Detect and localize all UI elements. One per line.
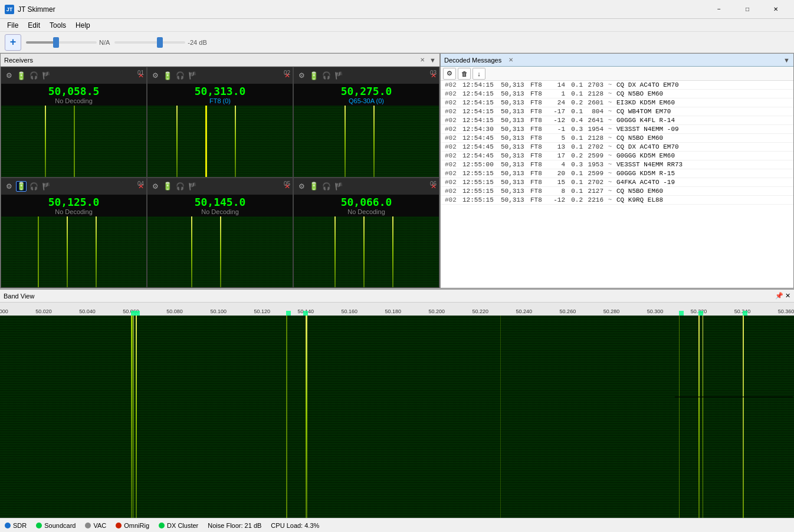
- band-marker: [286, 311, 291, 316]
- decoded-row[interactable]: #02 12:54:15 50,313 FT8 -17 0.1 804 ~ CQ…: [441, 107, 793, 116]
- rx-num-05: 05: [284, 180, 290, 187]
- receiver-cell-04: ⚙ 🔋 🎧 🏴 ✕ 04 50,125.0 No Decoding: [1, 178, 147, 288]
- decoded-clear-button[interactable]: 🗑: [458, 68, 471, 80]
- gear-icon-06[interactable]: ⚙: [296, 181, 307, 192]
- col-df: 2601: [585, 99, 605, 106]
- gear-icon-04[interactable]: ⚙: [4, 181, 14, 192]
- decoded-tab-label: Decoded Messages: [444, 57, 501, 64]
- receivers-tab-close[interactable]: ✕: [420, 57, 425, 63]
- decoded-row[interactable]: #02 12:55:15 50,313 FT8 -12 0.2 2216 ~ C…: [441, 196, 793, 205]
- col-freq: 50,313: [499, 143, 529, 150]
- decoded-tab-dropdown[interactable]: ▼: [783, 57, 790, 64]
- waterfall-05: [147, 216, 293, 288]
- decoded-row[interactable]: #02 12:54:45 50,313 FT8 5 0.1 2128 ~ CQ …: [441, 134, 793, 143]
- col-mode: FT8: [529, 108, 549, 115]
- ruler-label: 50.280: [603, 308, 620, 314]
- decoded-row[interactable]: #02 12:54:15 50,313 FT8 24 0.2 2601 ~ EI…: [441, 98, 793, 107]
- headphone-icon-06[interactable]: 🎧: [321, 181, 332, 192]
- flag-icon-01[interactable]: 🏴: [41, 70, 51, 81]
- gear-icon-02[interactable]: ⚙: [150, 70, 160, 81]
- add-receiver-button[interactable]: +: [5, 34, 21, 51]
- receiver-header-05: ⚙ 🔋 🎧 🏴 ✕ 05: [147, 178, 293, 195]
- gear-icon-01[interactable]: ⚙: [4, 70, 14, 81]
- decoded-row[interactable]: #02 12:54:45 50,313 FT8 17 0.2 2599 ~ G0…: [441, 152, 793, 160]
- col-message: CQ N5BO EM60: [615, 90, 791, 97]
- decoded-settings-button[interactable]: ⚙: [443, 68, 456, 80]
- receivers-tab-arrow[interactable]: ▼: [429, 57, 436, 64]
- col-snr: -1: [549, 126, 567, 133]
- flag-icon-06[interactable]: 🏴: [333, 181, 344, 192]
- receivers-tab: Receivers ✕ ▼: [1, 54, 439, 67]
- rx-num-01: 01: [137, 70, 144, 76]
- col-rx: #02: [443, 170, 461, 177]
- col-tilde: ~: [605, 99, 615, 106]
- signal-icon-02[interactable]: 🔋: [162, 70, 173, 81]
- col-mode: FT8: [529, 196, 549, 203]
- menu-file[interactable]: File: [2, 20, 23, 31]
- decoded-row[interactable]: #02 12:55:00 50,313 FT8 4 0.3 1953 ~ VE3…: [441, 160, 793, 169]
- band-view-pin[interactable]: 📌 ✕: [775, 292, 790, 300]
- flag-icon-04[interactable]: 🏴: [41, 181, 51, 192]
- maximize-button[interactable]: □: [734, 0, 761, 19]
- headphone-icon-05[interactable]: 🎧: [175, 181, 185, 192]
- col-mode: FT8: [529, 99, 549, 106]
- decoded-row[interactable]: #02 12:55:15 50,313 FT8 15 0.1 2702 ~ G4…: [441, 178, 793, 187]
- col-rx: #02: [443, 108, 461, 115]
- decoded-row[interactable]: #02 12:54:15 50,313 FT8 14 0.1 2703 ~ CQ…: [441, 81, 793, 90]
- gear-icon-05[interactable]: ⚙: [150, 181, 160, 192]
- col-dt: 0.4: [567, 117, 585, 124]
- flag-icon-03[interactable]: 🏴: [333, 70, 344, 81]
- receivers-tab-label: Receivers: [4, 57, 33, 64]
- decoded-row[interactable]: #02 12:54:30 50,313 FT8 -1 0.3 1954 ~ VE…: [441, 125, 793, 134]
- gain-slider[interactable]: [114, 41, 185, 44]
- col-df: 2641: [585, 117, 605, 124]
- col-df: 2599: [585, 152, 605, 159]
- decoded-row[interactable]: #02 12:55:15 50,313 FT8 8 0.1 2127 ~ CQ …: [441, 187, 793, 196]
- decoded-row[interactable]: #02 12:54:45 50,313 FT8 13 0.1 2702 ~ CQ…: [441, 143, 793, 152]
- decoded-tab-close[interactable]: ✕: [508, 57, 513, 63]
- band-marker: [679, 311, 684, 316]
- volume-slider[interactable]: [26, 41, 97, 44]
- menu-help[interactable]: Help: [71, 20, 95, 31]
- col-tilde: ~: [605, 81, 615, 88]
- headphone-icon-02[interactable]: 🎧: [175, 70, 185, 81]
- gear-icon-03[interactable]: ⚙: [296, 70, 307, 81]
- col-time: 12:54:15: [461, 90, 499, 97]
- decoded-download-button[interactable]: ↓: [473, 68, 485, 80]
- close-button[interactable]: ✕: [762, 0, 789, 19]
- signal-icon-05[interactable]: 🔋: [162, 181, 173, 192]
- menu-edit[interactable]: Edit: [23, 20, 45, 31]
- headphone-icon-04[interactable]: 🎧: [28, 181, 39, 192]
- flag-icon-02[interactable]: 🏴: [187, 70, 198, 81]
- headphone-icon-03[interactable]: 🎧: [321, 70, 332, 81]
- volume-value: N/A: [99, 39, 110, 46]
- status-vac: VAC: [85, 522, 106, 529]
- headphone-icon-01[interactable]: 🎧: [28, 70, 39, 81]
- status-dxcluster: DX Cluster: [159, 522, 198, 529]
- receiver-cell-01: ⚙ 🔋 🎧 🏴 ✕ 01 50,058.5 No Decoding: [1, 67, 147, 178]
- signal-icon-03[interactable]: 🔋: [309, 70, 319, 81]
- col-freq: 50,313: [499, 99, 529, 106]
- receivers-grid: ⚙ 🔋 🎧 🏴 ✕ 01 50,058.5 No Decoding: [1, 67, 439, 288]
- ruler-label: 50.120: [254, 308, 270, 314]
- minimize-button[interactable]: −: [706, 0, 733, 19]
- status-soundcard: Soundcard: [36, 522, 76, 529]
- decoded-row[interactable]: #02 12:54:15 50,313 FT8 1 0.1 2128 ~ CQ …: [441, 90, 793, 98]
- waterfall-04: [1, 216, 146, 288]
- signal-icon-06[interactable]: 🔋: [309, 181, 319, 192]
- waterfall-06: [294, 216, 439, 288]
- ruler-label: 50.220: [473, 308, 489, 314]
- receiver-header-06: ⚙ 🔋 🎧 🏴 ✕ 06: [294, 178, 439, 195]
- signal-icon-01[interactable]: 🔋: [16, 70, 27, 81]
- decoded-row[interactable]: #02 12:54:15 50,313 FT8 -12 0.4 2641 ~ G…: [441, 116, 793, 125]
- flag-icon-05[interactable]: 🏴: [187, 181, 198, 192]
- band-marker: [303, 311, 308, 316]
- signal-icon-04[interactable]: 🔋: [16, 181, 27, 192]
- menu-tools[interactable]: Tools: [45, 20, 71, 31]
- ruler-label: 50.160: [341, 308, 357, 314]
- decoded-row[interactable]: #02 12:55:15 50,313 FT8 20 0.1 2599 ~ G0…: [441, 169, 793, 178]
- col-message: VE3SST N4EMM -09: [615, 126, 791, 133]
- col-time: 12:55:15: [461, 179, 499, 186]
- col-tilde: ~: [605, 179, 615, 186]
- col-freq: 50,313: [499, 81, 529, 88]
